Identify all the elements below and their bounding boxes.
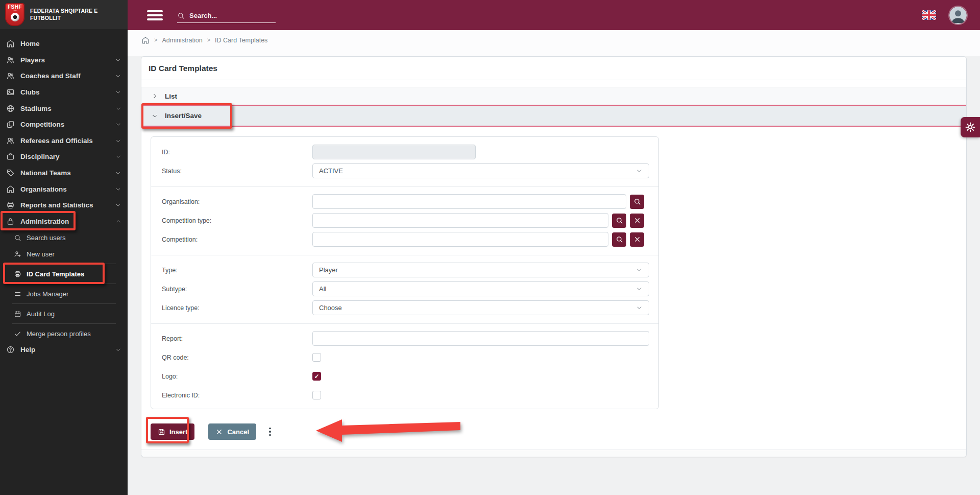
accordion-list-header[interactable]: List <box>141 87 966 106</box>
accordion-list-label: List <box>165 92 177 100</box>
people-icon <box>6 136 15 145</box>
sidebar-item-referees-and-officials[interactable]: Referees and Officials <box>0 133 128 149</box>
global-search <box>177 12 276 23</box>
sidebar-item-search-users[interactable]: Search users <box>0 229 128 246</box>
type-value: Player <box>319 266 338 274</box>
sidebar-item-disciplinary[interactable]: Disciplinary <box>0 149 128 165</box>
sidebar-item-help[interactable]: Help <box>0 342 128 358</box>
competition-input[interactable] <box>312 232 608 247</box>
more-options-button[interactable] <box>266 426 274 438</box>
id-label: ID: <box>162 149 312 156</box>
organisation-input[interactable] <box>312 194 626 209</box>
tag-icon <box>6 169 15 177</box>
sidebar-item-clubs[interactable]: Clubs <box>0 84 128 101</box>
form-row-competition: Competition: <box>151 232 658 247</box>
hamburger-menu-button[interactable] <box>147 10 163 20</box>
sidebar-subitem-label: Search users <box>27 234 66 242</box>
form-row-organisation: Organisation: <box>151 194 658 209</box>
licence-type-select[interactable]: Choose <box>312 300 649 315</box>
chevron-down-icon <box>636 168 643 174</box>
competition-search-button[interactable] <box>612 232 626 247</box>
gear-icon <box>965 122 976 133</box>
fshf-logo: FSHF 1930 <box>5 3 24 26</box>
search-input[interactable] <box>189 12 268 19</box>
sidebar-item-new-user[interactable]: New user <box>0 246 128 262</box>
uk-flag-icon[interactable] <box>922 10 936 20</box>
page-title: ID Card Templates <box>141 57 966 80</box>
sidebar-item-audit-log[interactable]: Audit Log <box>0 305 128 322</box>
sidebar-header: FSHF 1930 FEDERATA SHQIPTARE E FUTBOLLIT <box>0 0 128 29</box>
sidebar-item-national-teams[interactable]: National Teams <box>0 165 128 181</box>
sidebar-item-organisations[interactable]: Organisations <box>0 181 128 197</box>
sidebar-item-label: Administration <box>20 218 109 225</box>
type-select[interactable]: Player <box>312 263 649 277</box>
search-icon <box>14 234 21 242</box>
form-row-id: ID: <box>151 145 658 159</box>
form-actions: Insert Cancel <box>151 423 274 440</box>
status-select[interactable]: ACTIVE <box>312 163 649 178</box>
breadcrumb-administration[interactable]: Administration <box>162 37 202 44</box>
sidebar-item-label: Stadiums <box>20 105 109 112</box>
subtype-select[interactable]: All <box>312 281 649 296</box>
chevron-down-icon <box>115 57 121 63</box>
sidebar-item-id-card-templates[interactable]: ID Card Templates <box>0 266 128 282</box>
settings-fab-button[interactable] <box>961 117 980 137</box>
sidebar-item-label: Help <box>20 346 109 353</box>
sidebar-item-reports-and-statistics[interactable]: Reports and Statistics <box>0 197 128 214</box>
home-icon[interactable] <box>141 36 150 44</box>
competition-type-search-button[interactable] <box>612 214 626 228</box>
search-icon <box>177 12 185 19</box>
id-field <box>312 145 476 159</box>
electronic-id-checkbox[interactable] <box>312 391 321 399</box>
logo-year: 1930 <box>13 10 17 12</box>
sidebar-item-label: Coaches and Staff <box>20 72 109 80</box>
cancel-button[interactable]: Cancel <box>208 423 256 440</box>
people-icon <box>6 72 15 80</box>
breadcrumb-id-card-templates[interactable]: ID Card Templates <box>215 37 267 44</box>
printer-icon <box>14 270 21 278</box>
qr-code-checkbox[interactable] <box>312 353 321 362</box>
form-row-report: Report: <box>151 331 658 346</box>
sidebar-item-merge-person-profiles[interactable]: Merge person profiles <box>0 325 128 342</box>
sidebar-item-home[interactable]: Home <box>0 36 128 52</box>
chevron-down-icon <box>115 346 121 353</box>
sidebar-item-administration[interactable]: Administration <box>0 214 128 230</box>
sidebar-item-label: Reports and Statistics <box>20 201 109 209</box>
subtype-label: Subtype: <box>162 286 312 293</box>
licence-type-label: Licence type: <box>162 304 312 312</box>
competition-type-input[interactable] <box>312 213 608 228</box>
sidebar-subitem-label: New user <box>27 250 55 258</box>
cancel-button-label: Cancel <box>227 428 249 436</box>
sidebar-item-label: Players <box>20 56 109 64</box>
user-avatar[interactable] <box>949 7 967 24</box>
competition-type-clear-button[interactable] <box>630 214 644 228</box>
chevron-up-icon <box>115 218 121 225</box>
breadcrumb: > Administration > ID Card Templates <box>141 36 267 44</box>
report-input[interactable] <box>312 331 649 346</box>
form-divider <box>151 186 658 187</box>
chevron-down-icon <box>151 112 158 120</box>
insert-button[interactable]: Insert <box>151 423 194 440</box>
sidebar-item-coaches-and-staff[interactable]: Coaches and Staff <box>0 68 128 84</box>
competition-clear-button[interactable] <box>630 232 644 247</box>
competition-label: Competition: <box>162 236 312 243</box>
sidebar-subitem-label: Jobs Manager <box>27 290 68 298</box>
home-icon <box>6 39 15 48</box>
logo-label: Logo: <box>162 373 312 380</box>
subtype-value: All <box>319 285 326 293</box>
sidebar-item-players[interactable]: Players <box>0 52 128 68</box>
x-icon <box>633 217 641 224</box>
badge-icon <box>6 88 15 97</box>
sidebar-item-jobs-manager[interactable]: Jobs Manager <box>0 286 128 302</box>
organisation-search-button[interactable] <box>630 195 644 209</box>
breadcrumb-separator: > <box>154 37 157 43</box>
sidebar-item-stadiums[interactable]: Stadiums <box>0 100 128 116</box>
form-row-type: Type: Player <box>151 263 658 277</box>
submenu-divider <box>12 323 116 324</box>
chevron-down-icon <box>115 105 121 112</box>
chevron-down-icon <box>115 73 121 79</box>
sidebar-item-competitions[interactable]: Competitions <box>0 116 128 133</box>
logo-checkbox[interactable] <box>312 372 321 381</box>
accordion-insert-save-header[interactable]: Insert/Save <box>141 106 966 127</box>
content-card: ID Card Templates List Insert/Save ID: S… <box>141 56 967 457</box>
